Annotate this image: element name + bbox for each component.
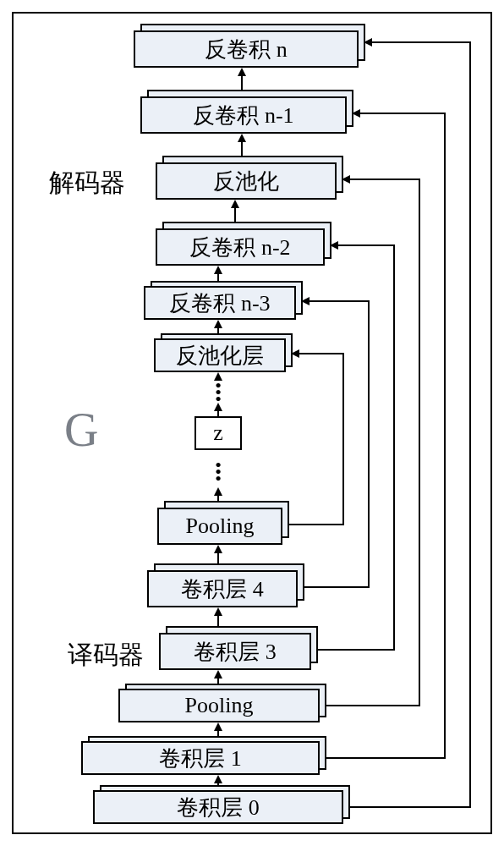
layer-pool-bot-text: Pooling <box>185 693 254 718</box>
layer-deconv-n-box: 反卷积 n <box>134 30 359 68</box>
layer-unpool-mid-text: 反池化层 <box>176 341 264 371</box>
layer-unpool-top-text: 反池化 <box>213 167 279 196</box>
layer-deconv-n1-text: 反卷积 n-1 <box>193 101 293 130</box>
layer-conv0-box: 卷积层 0 <box>93 790 343 824</box>
layer-pool-top-box: Pooling <box>157 508 282 545</box>
decoder-section-label: 解码器 <box>49 166 125 201</box>
layer-conv4-text: 卷积层 4 <box>181 574 264 604</box>
layer-deconv-n1-box: 反卷积 n-1 <box>140 96 347 134</box>
layer-unpool-mid-box: 反池化层 <box>154 338 286 372</box>
layer-conv3-box: 卷积层 3 <box>159 633 311 670</box>
vdots-bottom: ••• <box>210 462 227 482</box>
layer-deconv-n-text: 反卷积 n <box>205 35 288 64</box>
layer-conv1-text: 卷积层 1 <box>159 744 242 773</box>
layer-unpool-top-box: 反池化 <box>156 162 337 200</box>
layer-pool-bot-box: Pooling <box>118 689 320 722</box>
layer-conv3-text: 卷积层 3 <box>194 637 277 667</box>
diagram-frame: G 解码器 译码器 反卷积 n 反卷积 n-1 反池化 反卷积 n-2 反卷积 … <box>12 12 492 834</box>
layer-z: z <box>194 416 242 450</box>
network-label-g: G <box>64 403 98 457</box>
layer-deconv-n2-box: 反卷积 n-2 <box>156 228 325 266</box>
layer-conv1-box: 卷积层 1 <box>81 741 320 775</box>
layer-deconv-n3-box: 反卷积 n-3 <box>144 286 296 320</box>
layer-deconv-n2-text: 反卷积 n-2 <box>189 233 290 262</box>
layer-conv0-text: 卷积层 0 <box>177 793 260 822</box>
layer-conv4-box: 卷积层 4 <box>147 570 298 607</box>
vdots-top: ••• <box>210 382 227 403</box>
diagram-stage: G 解码器 译码器 反卷积 n 反卷积 n-1 反池化 反卷积 n-2 反卷积 … <box>14 14 490 832</box>
layer-pool-top-text: Pooling <box>186 514 255 539</box>
layer-deconv-n3-text: 反卷积 n-3 <box>169 288 270 318</box>
encoder-section-label: 译码器 <box>68 638 144 673</box>
layer-z-text: z <box>213 420 223 446</box>
